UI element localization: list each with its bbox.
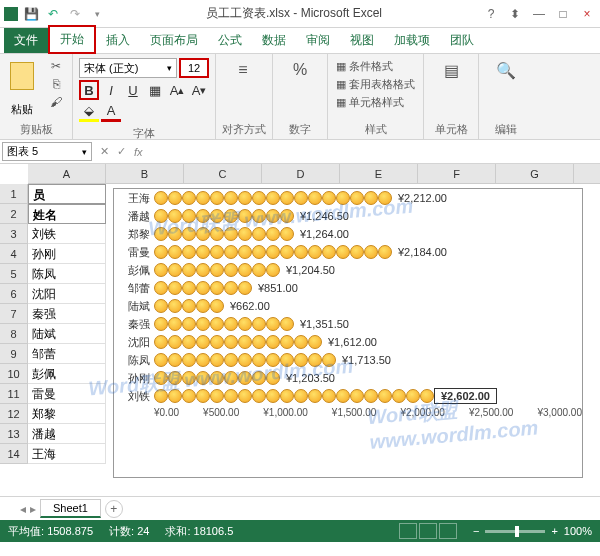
close-icon[interactable]: ×: [578, 7, 596, 21]
embedded-chart[interactable]: 王海¥2,212.00潘越¥1,246.50郑黎¥1,264.00雷曼¥2,18…: [113, 188, 583, 478]
tab-review[interactable]: 审阅: [296, 28, 340, 53]
tab-insert[interactable]: 插入: [96, 28, 140, 53]
cell[interactable]: 郑黎: [28, 404, 106, 424]
row-header[interactable]: 13: [0, 424, 27, 444]
font-color-button[interactable]: A: [101, 102, 121, 122]
fx-icon[interactable]: fx: [134, 146, 143, 158]
col-header[interactable]: C: [184, 164, 262, 183]
ribbon-options-icon[interactable]: ⬍: [506, 7, 524, 21]
border-button[interactable]: ▦: [145, 80, 165, 100]
zoom-slider[interactable]: [485, 530, 545, 533]
font-name-select[interactable]: 宋体 (正文)▾: [79, 58, 177, 78]
chart-bar-row[interactable]: 刘铁¥2,602.00: [114, 387, 582, 405]
enter-formula-icon[interactable]: ✓: [117, 145, 126, 158]
font-size-select[interactable]: 12: [179, 58, 209, 78]
row-header[interactable]: 8: [0, 324, 27, 344]
chart-bar-row[interactable]: 秦强¥1,351.50: [114, 315, 582, 333]
chart-bar-row[interactable]: 邹蕾¥851.00: [114, 279, 582, 297]
sheet-tab[interactable]: Sheet1: [40, 499, 101, 518]
underline-button[interactable]: U: [123, 80, 143, 100]
help-icon[interactable]: ?: [482, 7, 500, 21]
cells-icon[interactable]: ▤: [439, 58, 463, 82]
chart-bar-row[interactable]: 陈凤¥1,713.50: [114, 351, 582, 369]
column-headers[interactable]: ABCDEFG: [28, 164, 600, 184]
cell[interactable]: 孙刚: [28, 244, 106, 264]
cell[interactable]: 员: [28, 184, 106, 204]
grow-font-icon[interactable]: A▴: [167, 80, 187, 100]
tab-file[interactable]: 文件: [4, 28, 48, 53]
cell[interactable]: 彭佩: [28, 364, 106, 384]
zoom-out-icon[interactable]: −: [473, 525, 479, 537]
undo-icon[interactable]: ↶: [44, 5, 62, 23]
save-icon[interactable]: 💾: [22, 5, 40, 23]
cut-icon[interactable]: ✂: [46, 58, 66, 74]
cell[interactable]: 沈阳: [28, 284, 106, 304]
tab-view[interactable]: 视图: [340, 28, 384, 53]
row-headers[interactable]: 1234567891011121314: [0, 184, 28, 464]
row-header[interactable]: 4: [0, 244, 27, 264]
fill-color-button[interactable]: ⬙: [79, 102, 99, 122]
chart-bar-row[interactable]: 彭佩¥1,204.50: [114, 261, 582, 279]
format-painter-icon[interactable]: 🖌: [46, 94, 66, 110]
page-break-view-icon[interactable]: [439, 523, 457, 539]
chart-bar-row[interactable]: 王海¥2,212.00: [114, 189, 582, 207]
cell[interactable]: 姓名: [28, 204, 106, 224]
page-layout-view-icon[interactable]: [419, 523, 437, 539]
row-header[interactable]: 9: [0, 344, 27, 364]
name-box[interactable]: 图表 5▾: [2, 142, 92, 161]
redo-icon[interactable]: ↷: [66, 5, 84, 23]
col-header[interactable]: A: [28, 164, 106, 183]
italic-button[interactable]: I: [101, 80, 121, 100]
number-format-icon[interactable]: %: [288, 58, 312, 82]
bold-button[interactable]: B: [79, 80, 99, 100]
row-header[interactable]: 5: [0, 264, 27, 284]
col-header[interactable]: B: [106, 164, 184, 183]
copy-icon[interactable]: ⎘: [46, 76, 66, 92]
shrink-font-icon[interactable]: A▾: [189, 80, 209, 100]
row-header[interactable]: 2: [0, 204, 27, 224]
cell[interactable]: 陆斌: [28, 324, 106, 344]
col-header[interactable]: D: [262, 164, 340, 183]
sheet-nav-next-icon[interactable]: ▸: [30, 502, 36, 516]
row-header[interactable]: 6: [0, 284, 27, 304]
chart-bar-row[interactable]: 孙刚¥1,203.50: [114, 369, 582, 387]
cell[interactable]: 王海: [28, 444, 106, 464]
chart-bar-row[interactable]: 郑黎¥1,264.00: [114, 225, 582, 243]
chart-bar-row[interactable]: 潘越¥1,246.50: [114, 207, 582, 225]
cell[interactable]: 邹蕾: [28, 344, 106, 364]
col-header[interactable]: G: [496, 164, 574, 183]
chart-bar-row[interactable]: 沈阳¥1,612.00: [114, 333, 582, 351]
cell[interactable]: 雷曼: [28, 384, 106, 404]
tab-formulas[interactable]: 公式: [208, 28, 252, 53]
tab-page-layout[interactable]: 页面布局: [140, 28, 208, 53]
sheet-nav-prev-icon[interactable]: ◂: [20, 502, 26, 516]
tab-home[interactable]: 开始: [48, 25, 96, 54]
cell[interactable]: 陈凤: [28, 264, 106, 284]
tab-team[interactable]: 团队: [440, 28, 484, 53]
col-header[interactable]: E: [340, 164, 418, 183]
chart-bar-row[interactable]: 陆斌¥662.00: [114, 297, 582, 315]
chart-bar-row[interactable]: 雷曼¥2,184.00: [114, 243, 582, 261]
zoom-in-icon[interactable]: +: [551, 525, 557, 537]
format-as-table-button[interactable]: ▦套用表格格式: [334, 76, 417, 93]
row-header[interactable]: 14: [0, 444, 27, 464]
col-header[interactable]: F: [418, 164, 496, 183]
cancel-formula-icon[interactable]: ✕: [100, 145, 109, 158]
qat-dropdown-icon[interactable]: ▾: [88, 5, 106, 23]
add-sheet-button[interactable]: +: [105, 500, 123, 518]
alignment-icon[interactable]: ≡: [231, 58, 255, 82]
conditional-format-button[interactable]: ▦条件格式: [334, 58, 417, 75]
row-header[interactable]: 1: [0, 184, 27, 204]
row-header[interactable]: 3: [0, 224, 27, 244]
worksheet-grid[interactable]: ABCDEFG 1234567891011121314 员姓名刘铁孙刚陈凤沈阳秦…: [0, 164, 600, 496]
tab-data[interactable]: 数据: [252, 28, 296, 53]
find-icon[interactable]: 🔍: [494, 58, 518, 82]
row-header[interactable]: 10: [0, 364, 27, 384]
minimize-icon[interactable]: —: [530, 7, 548, 21]
cell[interactable]: 秦强: [28, 304, 106, 324]
cell[interactable]: 刘铁: [28, 224, 106, 244]
cell-styles-button[interactable]: ▦单元格样式: [334, 94, 417, 111]
zoom-level[interactable]: 100%: [564, 525, 592, 537]
tab-addins[interactable]: 加载项: [384, 28, 440, 53]
column-a-cells[interactable]: 员姓名刘铁孙刚陈凤沈阳秦强陆斌邹蕾彭佩雷曼郑黎潘越王海: [28, 184, 106, 464]
